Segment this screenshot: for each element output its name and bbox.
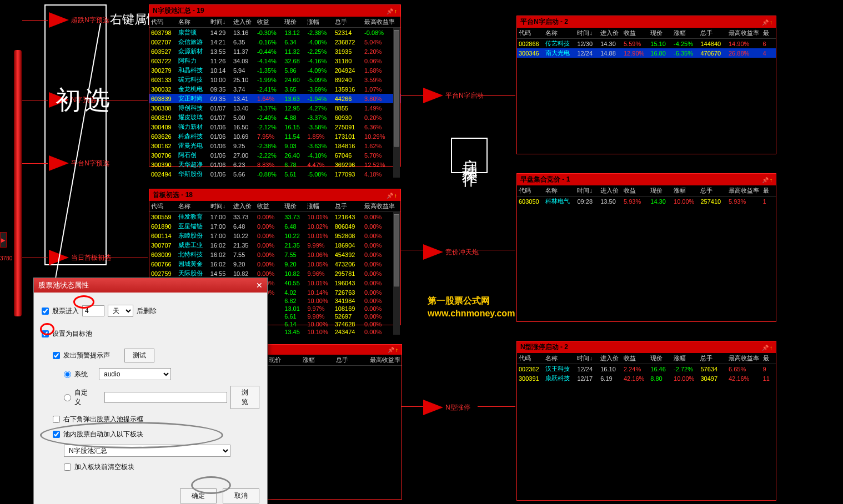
cb-autoblock[interactable] (53, 431, 60, 438)
col-header[interactable]: 进入价 (599, 28, 622, 39)
col-header[interactable]: 现价 (283, 17, 305, 28)
col-header[interactable]: 进入价 (599, 185, 622, 196)
table-row[interactable]: 603839安正时尚09:3513.411.64%13.63-1.94%4426… (149, 94, 400, 103)
table-row[interactable]: 603133碳元科技10:0025.10-1.99%24.60-5.09%892… (149, 75, 400, 84)
pin-icon[interactable]: 📌 (387, 8, 393, 14)
col-header[interactable]: 代码 (149, 201, 177, 212)
cb-alert-sound[interactable] (53, 352, 60, 359)
col-header[interactable]: 最 (761, 28, 776, 39)
table-row[interactable]: 002759天际股份14:5510.820.00%10.829.96%29578… (149, 269, 400, 278)
up-icon[interactable]: ↑ (770, 19, 772, 26)
table-row[interactable]: 002494华斯股份01/065.66-0.88%5.61-5.08%17709… (149, 169, 400, 179)
pin-icon[interactable]: 📌 (762, 345, 769, 351)
col-header[interactable]: 代码 (517, 185, 544, 196)
panel-header[interactable]: 📌↑ (267, 345, 402, 355)
col-header[interactable]: 时间↓ (575, 28, 599, 39)
table-row[interactable]: 300346南大光电12/2414.8812.90%16.80-6.35%470… (517, 48, 776, 58)
panel-header[interactable]: N型涨停启动 - 2 📌↑ (517, 341, 776, 353)
pin-icon[interactable]: 📌 (387, 193, 393, 199)
col-header[interactable]: 代码 (149, 17, 177, 28)
table-row[interactable]: 603798康普顿14:2913.16-0.30%13.12-2.38%5231… (149, 28, 400, 38)
col-header[interactable]: 时间↓ (209, 201, 232, 212)
table-row[interactable]: 300308博创科技01/0713.40-3.37%12.95-4.27%885… (149, 103, 400, 113)
node-pingtaiN-launch[interactable]: 平台N字启动 (423, 88, 484, 103)
pin-icon[interactable]: 📌 (762, 19, 769, 26)
col-header[interactable]: 进入价 (232, 17, 255, 28)
col-header[interactable]: 收益 (622, 185, 649, 196)
table-row[interactable]: 002866传艺科技12/3014.305.59%15.10-4.25%1448… (517, 39, 776, 49)
col-header[interactable]: 总手 (333, 201, 363, 212)
col-header[interactable]: 收益 (255, 201, 283, 212)
scrollbar[interactable] (393, 28, 400, 178)
col-header[interactable]: 最高收益率 (727, 353, 761, 364)
btn-cancel[interactable]: 取消 (223, 488, 259, 503)
col-header[interactable]: 名称 (177, 17, 209, 28)
col-header[interactable]: 总手 (333, 17, 363, 28)
col-header[interactable]: 现价 (649, 185, 672, 196)
col-header[interactable]: 时间↓ (575, 353, 599, 364)
cb-stock-enter[interactable] (42, 308, 49, 315)
table-row[interactable]: 603626科森科技01/0610.697.95%11.541.85%17310… (149, 132, 400, 141)
table-row[interactable]: 300559佳发教育17:0033.730.00%33.7310.01%1216… (149, 212, 400, 222)
radio-custom[interactable] (64, 394, 71, 401)
col-header[interactable]: 名称 (177, 201, 209, 212)
col-header[interactable]: 收益 (622, 353, 649, 364)
cb-clear-block[interactable] (64, 463, 71, 471)
input-days[interactable] (82, 305, 104, 316)
dialog-titlebar[interactable]: 股票池状态属性 ✕ (34, 278, 267, 293)
col-header[interactable]: 最高收益率 (727, 185, 761, 196)
node-jingjia[interactable]: 竞价冲天炮 (423, 244, 479, 260)
close-icon[interactable]: ✕ (256, 281, 263, 290)
col-header[interactable]: 总手 (699, 353, 727, 364)
table-row[interactable]: 603050科林电气09:2813.505.93%14.3010.00%2574… (517, 196, 776, 206)
col-header[interactable]: 代码 (517, 28, 544, 39)
input-custom-path[interactable] (104, 392, 227, 403)
up-icon[interactable]: ↑ (770, 177, 772, 183)
col-header[interactable]: 名称 (544, 185, 575, 196)
table-row[interactable]: 002362汉王科技12/2416.102.24%16.46-2.72%5763… (517, 364, 776, 374)
btn-test[interactable]: 测试 (124, 349, 154, 362)
col-header[interactable]: 收益 (622, 28, 649, 39)
col-header[interactable]: 名称 (544, 28, 575, 39)
table-row[interactable]: 300409强力新材01/0616.50-2.12%16.15-3.58%275… (149, 122, 400, 132)
table-row[interactable]: 300391康跃科技12/176.1942.16%8.8010.00%30497… (517, 374, 776, 383)
col-header[interactable]: 时间↓ (575, 185, 599, 196)
table-row[interactable]: 002707众信旅游14:216.35-0.16%6.34-4.08%23687… (149, 37, 400, 47)
table-row[interactable]: 600114东睦股份17:0010.220.00%10.2210.01%9528… (149, 231, 400, 240)
table-row[interactable]: 603722阿科力11:2634.09-4.14%32.68-4.16%3118… (149, 56, 400, 65)
col-header[interactable]: 总手 (699, 28, 727, 39)
btn-browse[interactable]: 浏览 (230, 386, 259, 409)
col-header[interactable]: 总手 (699, 185, 727, 196)
table-row[interactable]: 600819耀皮玻璃01/075.00-2.40%4.88-3.37%60930… (149, 113, 400, 122)
select-unit[interactable]: 天 (108, 305, 133, 317)
col-header[interactable]: 名称 (544, 353, 575, 364)
select-audio[interactable]: audio (99, 368, 171, 380)
col-header[interactable]: 进入价 (232, 201, 255, 212)
col-header[interactable]: 最高收益率 (727, 28, 761, 39)
panel-header[interactable]: 早盘集合竞价 - 1 📌↑ (517, 174, 776, 185)
panel-header[interactable]: 首板初选 - 18 📌↑ (149, 189, 400, 201)
node-pingtaiN[interactable]: 平台N字预选 (49, 155, 109, 171)
up-icon[interactable]: ↑ (395, 347, 398, 353)
col-header[interactable]: 进入价 (599, 353, 622, 364)
col-header[interactable]: 最 (761, 353, 776, 364)
select-block[interactable]: N字股池汇总 (64, 445, 230, 457)
col-header[interactable]: 涨幅 (672, 28, 699, 39)
col-header[interactable]: 涨幅 (672, 185, 699, 196)
panel-header[interactable]: 平台N字启动 - 2 📌↑ (517, 16, 776, 28)
up-icon[interactable]: ↑ (394, 193, 397, 199)
col-header[interactable]: 涨幅 (672, 353, 699, 364)
table-row[interactable]: 300706阿石创01/0627.00-2.22%26.40-4.10%6704… (149, 150, 400, 160)
col-header[interactable]: 代码 (517, 353, 544, 364)
btn-ok[interactable]: 确定 (180, 488, 217, 503)
pin-icon[interactable]: 📌 (762, 177, 769, 183)
col-header[interactable]: 涨幅 (305, 17, 333, 28)
table-row[interactable]: 300279和晶科技10:145.94-1.35%5.86-4.09%20492… (149, 65, 400, 75)
col-header[interactable]: 最高收益率 (363, 201, 400, 212)
table-row[interactable]: 603527众源新材13:5511.37-0.44%11.32-2.25%319… (149, 47, 400, 56)
table-row[interactable]: 603009北特科技16:027.550.00%7.5510.06%454392… (149, 250, 400, 259)
col-header[interactable]: 涨幅 (305, 201, 333, 212)
table-row[interactable]: 300390天华超净01/066.238.83%6.784.47%3692961… (149, 160, 400, 169)
col-header[interactable]: 最高收益率 (363, 17, 400, 28)
up-icon[interactable]: ↑ (770, 345, 772, 351)
